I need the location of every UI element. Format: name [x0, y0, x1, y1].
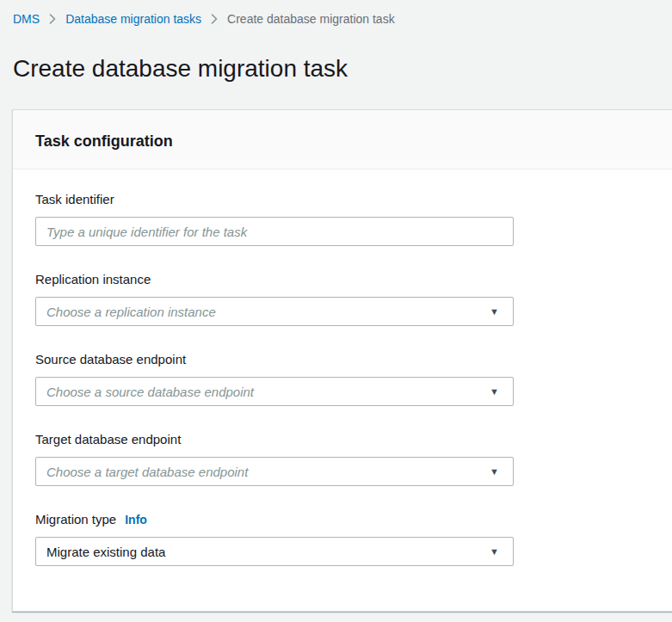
panel-header: Task configuration — [13, 110, 672, 169]
breadcrumb-link-database-migration-tasks[interactable]: Database migration tasks — [65, 10, 201, 28]
caret-down-icon: ▼ — [490, 307, 499, 317]
task-configuration-panel: Task configuration Task identifier Repli… — [12, 109, 672, 612]
migration-type-label-row: Migration type Info — [35, 512, 650, 527]
target-database-endpoint-select[interactable]: Choose a target database endpoint ▼ — [35, 457, 514, 486]
caret-down-icon: ▼ — [490, 547, 499, 557]
field-task-identifier: Task identifier — [35, 192, 650, 246]
caret-down-icon: ▼ — [490, 467, 499, 477]
source-database-endpoint-label: Source database endpoint — [35, 352, 650, 367]
target-database-endpoint-select-placeholder: Choose a target database endpoint — [46, 465, 248, 479]
field-source-database-endpoint: Source database endpoint Choose a source… — [35, 352, 650, 406]
breadcrumb-current: Create database migration task — [227, 10, 395, 28]
migration-type-select[interactable]: Migrate existing data ▼ — [35, 537, 514, 566]
source-database-endpoint-select[interactable]: Choose a source database endpoint ▼ — [35, 377, 514, 406]
page-title: Create database migration task — [13, 52, 672, 86]
replication-instance-select-placeholder: Choose a replication instance — [46, 305, 216, 319]
field-replication-instance: Replication instance Choose a replicatio… — [35, 272, 650, 326]
migration-type-info-link[interactable]: Info — [125, 513, 147, 527]
panel-title: Task configuration — [35, 131, 650, 151]
migration-type-select-value: Migrate existing data — [46, 545, 165, 559]
source-database-endpoint-select-placeholder: Choose a source database endpoint — [46, 385, 254, 399]
breadcrumb-link-dms[interactable]: DMS — [13, 10, 40, 28]
chevron-right-icon — [211, 14, 218, 24]
panel-body: Task identifier Replication instance Cho… — [13, 169, 672, 611]
chevron-right-icon — [49, 14, 56, 24]
field-target-database-endpoint: Target database endpoint Choose a target… — [35, 432, 650, 486]
replication-instance-select[interactable]: Choose a replication instance ▼ — [35, 297, 514, 326]
caret-down-icon: ▼ — [490, 387, 499, 397]
task-identifier-label: Task identifier — [35, 192, 650, 207]
task-identifier-input[interactable] — [35, 217, 514, 246]
breadcrumb: DMS Database migration tasks Create data… — [0, 0, 672, 28]
field-migration-type: Migration type Info Migrate existing dat… — [35, 512, 650, 566]
replication-instance-label: Replication instance — [35, 272, 650, 287]
migration-type-label: Migration type — [35, 512, 116, 527]
target-database-endpoint-label: Target database endpoint — [35, 432, 650, 447]
